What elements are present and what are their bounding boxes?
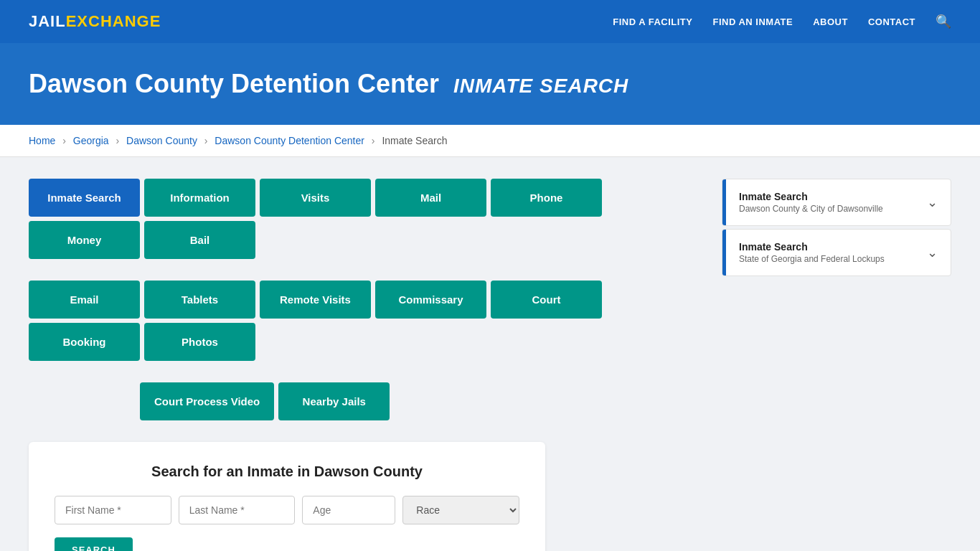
tab-mail[interactable]: Mail (375, 179, 486, 217)
site-logo[interactable]: JAILEXCHANGE (29, 12, 161, 31)
last-name-input[interactable] (179, 496, 296, 524)
tab-court-process-video[interactable]: Court Process Video (140, 382, 274, 420)
sidebar-card-georgia-subtitle: State of Georgia and Federal Lockups (739, 254, 885, 264)
sidebar-card-georgia-title: Inmate Search (739, 241, 885, 253)
nav-menu: FIND A FACILITY FIND AN INMATE ABOUT CON… (613, 14, 951, 29)
tab-money[interactable]: Money (29, 221, 140, 259)
tab-tablets[interactable]: Tablets (144, 281, 255, 319)
tab-visits[interactable]: Visits (260, 179, 371, 217)
tab-remote-visits[interactable]: Remote Visits (260, 281, 371, 319)
race-select[interactable]: Race White Black Hispanic Asian Other (402, 496, 519, 524)
tab-inmate-search[interactable]: Inmate Search (29, 179, 140, 217)
tab-grid-row3: Court Process Video Nearby Jails (140, 382, 705, 420)
search-box: Search for an Inmate in Dawson County Ra… (29, 442, 545, 551)
tab-email[interactable]: Email (29, 281, 140, 319)
age-input[interactable] (302, 496, 395, 524)
nav-find-inmate[interactable]: FIND AN INMATE (712, 17, 793, 27)
sidebar: Inmate Search Dawson County & City of Da… (722, 179, 951, 551)
sidebar-card-dawson: Inmate Search Dawson County & City of Da… (722, 179, 951, 226)
search-inputs: Race White Black Hispanic Asian Other (55, 496, 519, 524)
breadcrumb: Home › Georgia › Dawson County › Dawson … (0, 125, 980, 157)
hero-title: Dawson County Detention Center INMATE SE… (29, 69, 951, 99)
tab-grid-row2: Email Tablets Remote Visits Commissary C… (29, 281, 705, 361)
search-icon[interactable]: 🔍 (936, 14, 951, 29)
tab-booking[interactable]: Booking (29, 323, 140, 361)
tab-photos[interactable]: Photos (144, 323, 255, 361)
search-button[interactable]: SEARCH (55, 537, 133, 551)
search-title: Search for an Inmate in Dawson County (55, 463, 519, 480)
navbar: JAILEXCHANGE FIND A FACILITY FIND AN INM… (0, 0, 980, 43)
nav-find-facility[interactable]: FIND A FACILITY (613, 17, 692, 27)
tab-nearby-jails[interactable]: Nearby Jails (278, 382, 390, 420)
sidebar-card-dawson-header[interactable]: Inmate Search Dawson County & City of Da… (722, 179, 951, 225)
tab-information[interactable]: Information (144, 179, 255, 217)
hero-facility-name: Dawson County Detention Center (29, 69, 439, 98)
sidebar-card-dawson-subtitle: Dawson County & City of Dawsonville (739, 204, 883, 214)
nav-contact[interactable]: CONTACT (868, 17, 915, 27)
chevron-down-icon: ⌄ (927, 194, 938, 210)
tab-court[interactable]: Court (491, 281, 602, 319)
breadcrumb-dawson-county[interactable]: Dawson County (126, 135, 197, 146)
sidebar-card-georgia-header[interactable]: Inmate Search State of Georgia and Feder… (722, 230, 951, 276)
breadcrumb-inmate-search: Inmate Search (382, 135, 447, 146)
breadcrumb-home[interactable]: Home (29, 135, 55, 146)
tab-bail[interactable]: Bail (144, 221, 255, 259)
first-name-input[interactable] (55, 496, 171, 524)
breadcrumb-detention-center[interactable]: Dawson County Detention Center (215, 135, 364, 146)
tab-grid-row1: Inmate Search Information Visits Mail Ph… (29, 179, 705, 259)
hero-section: Dawson County Detention Center INMATE SE… (0, 43, 980, 125)
chevron-down-icon: ⌄ (927, 245, 938, 260)
content-area: Inmate Search Information Visits Mail Ph… (29, 179, 705, 551)
breadcrumb-georgia[interactable]: Georgia (73, 135, 109, 146)
sidebar-card-dawson-title: Inmate Search (739, 191, 883, 202)
nav-about[interactable]: ABOUT (813, 17, 848, 27)
tab-commissary[interactable]: Commissary (375, 281, 486, 319)
tab-phone[interactable]: Phone (491, 179, 602, 217)
sidebar-card-georgia: Inmate Search State of Georgia and Feder… (722, 229, 951, 276)
hero-subtitle: INMATE SEARCH (453, 75, 628, 97)
main-content: Inmate Search Information Visits Mail Ph… (0, 157, 980, 551)
